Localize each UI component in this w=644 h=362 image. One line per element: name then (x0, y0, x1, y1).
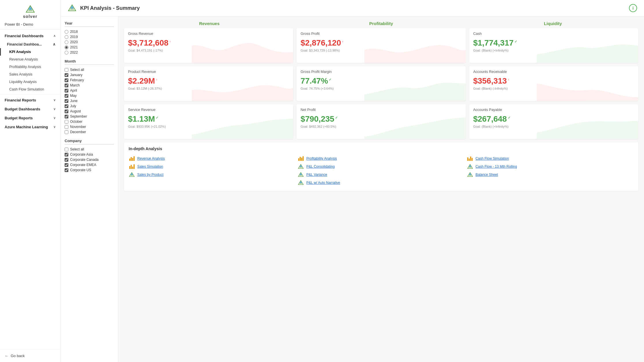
month-march[interactable]: March (65, 83, 114, 88)
company-select-all[interactable]: Select all (65, 147, 114, 152)
kpi-title-gross-profit-margin: Gross Profit Margin (301, 70, 461, 74)
month-january[interactable]: January (65, 72, 114, 78)
indepth-link-revenue-analysis[interactable]: Revenue Analysis (129, 154, 295, 163)
year-2018[interactable]: 2018 (65, 29, 114, 34)
indepth-link-sales-by-product[interactable]: Sales by Product (129, 171, 295, 179)
indepth-link-text-sales-simulation: Sales Simulation (137, 165, 163, 169)
company-us[interactable]: Corporate US (65, 167, 114, 173)
year-2021[interactable]: 2021 (65, 45, 114, 50)
month-may[interactable]: May (65, 93, 114, 98)
kpi-value-gross-revenue: $3,712,608 ↑ (128, 39, 289, 48)
month-july[interactable]: July (65, 103, 114, 109)
kpi-title-service-revenue: Service Revenue (128, 108, 289, 112)
month-december[interactable]: December (65, 129, 114, 135)
month-april[interactable]: April (65, 88, 114, 93)
power-bi-label: Power BI - Demo (0, 21, 60, 30)
header-solver-logo (67, 4, 77, 12)
kpi-card-service-revenue: Service Revenue $1.13M ✓ Goal: $933.95K … (124, 104, 293, 139)
indepth-link-cash-flow-simulation[interactable]: Cash Flow Simulation (467, 154, 634, 163)
month-select-all[interactable]: Select all (65, 67, 114, 72)
indepth-link-sales-simulation[interactable]: Sales Simulation (129, 163, 295, 171)
kpi-indicator-product-revenue: ↑ (155, 78, 157, 81)
content-area: Year 2018 2019 2020 2021 2022 Mo (61, 16, 644, 362)
nav-group-azure-ml[interactable]: Azure Machine Learning ∨ (0, 122, 60, 131)
kpi-goal-gross-profit: Goal: $3,343,729 (-13.98%) (301, 49, 461, 52)
indepth-section: In-depth Analysis (124, 142, 638, 191)
sidebar-item-revenue-analysis[interactable]: Revenue Analysis (0, 56, 60, 63)
main-content: KPI Analysis - Summary i Year 2018 2019 … (61, 0, 644, 362)
indepth-link-text-profitability: Profitability Analysis (306, 157, 337, 161)
nav-group-budget-dashboards[interactable]: Budget Dashboards ∨ (0, 105, 60, 114)
header-left: KPI Analysis - Summary (67, 4, 140, 12)
month-august[interactable]: August (65, 109, 114, 114)
kpi-goal-gross-revenue: Goal: $4,473,191 (-17%) (128, 49, 289, 52)
kpi-card-accounts-receivable: Accounts Receivable $356,313 ↑ Goal: (Bl… (469, 66, 638, 101)
company-asia[interactable]: Corporate Asia (65, 152, 114, 157)
company-canada[interactable]: Corporate Canada (65, 157, 114, 162)
indepth-link-pl-consolidating[interactable]: P&L Consolidating (298, 163, 464, 171)
nav-group-budget-reports[interactable]: Budget Reports ∨ (0, 114, 60, 122)
go-back-button[interactable]: ← Go back (0, 349, 60, 362)
nav-sub-financial-dashboa[interactable]: Financial Dashboa... ∧ (0, 40, 60, 48)
solver-logo-icon (25, 5, 35, 13)
month-november[interactable]: November (65, 124, 114, 129)
year-filter-title: Year (65, 21, 114, 27)
indepth-link-text-pl-auto-narrative: P&L w/ Auto Narrative (306, 181, 340, 185)
nav-group-financial-dashboards[interactable]: Financial Dashboards ∧ (0, 31, 60, 40)
kpi-goal-gross-profit-margin: Goal: 74.75% (+3.64%) (301, 87, 461, 90)
kpi-card-product-revenue: Product Revenue $2.29M ↑ Goal: $3.12M (-… (124, 66, 293, 101)
solver-icon-pl-auto-narrative (298, 180, 304, 186)
indepth-link-pl-auto-narrative[interactable]: P&L w/ Auto Narrative (298, 179, 464, 187)
filter-panel: Year 2018 2019 2020 2021 2022 Mo (61, 16, 118, 362)
kpi-card-gross-revenue: Gross Revenue $3,712,608 ↑ Goal: $4,473,… (124, 28, 293, 63)
company-emea[interactable]: Corporate EMEA (65, 162, 114, 167)
year-2019[interactable]: 2019 (65, 34, 114, 39)
main-header: KPI Analysis - Summary i (61, 0, 644, 16)
indepth-link-pl-variance[interactable]: P&L Variance (298, 171, 464, 179)
kpi-card-gross-profit: Gross Profit $2,876,120 ↑ Goal: $3,343,7… (296, 28, 465, 63)
solver-icon-pl-consolidating (298, 163, 304, 170)
chevron-up-icon-sub: ∧ (53, 42, 56, 46)
kpi-goal-cash: Goal: (Blank) (+Infinity%) (473, 49, 634, 52)
month-filter-title: Month (65, 59, 114, 65)
sidebar-item-liquidity-analysis[interactable]: Liquidity Analysis (0, 78, 60, 86)
indepth-link-cash-flow-13mth[interactable]: Cash Flow - 13 Mth Rolling (467, 163, 634, 171)
col-header-profitability: Profitability (297, 21, 465, 26)
kpi-col-headers: Revenues Profitability Liquidity (124, 21, 638, 26)
chevron-down-icon-1: ∨ (53, 98, 56, 102)
indepth-link-text-pl-consolidating: P&L Consolidating (306, 165, 335, 169)
kpi-value-net-profit: $790,235 ✓ (301, 115, 461, 124)
kpi-value-gross-profit: $2,876,120 ↑ (301, 39, 461, 48)
kpi-title-gross-revenue: Gross Revenue (128, 32, 289, 36)
indepth-link-profitability-analysis[interactable]: Profitability Analysis (298, 154, 464, 163)
sidebar-item-cash-flow-simulation[interactable]: Cash Flow Simulation (0, 86, 60, 93)
kpi-indicator-gross-profit: ↑ (341, 40, 343, 43)
nav-group-financial-reports[interactable]: Financial Reports ∨ (0, 96, 60, 105)
logo-area: solver (0, 0, 60, 21)
kpi-indicator-cash: ✓ (514, 40, 517, 43)
solver-icon-sales-product (129, 171, 135, 178)
month-october[interactable]: October (65, 119, 114, 124)
indepth-link-text-balance-sheet: Balance Sheet (476, 173, 498, 177)
chevron-down-icon-3: ∨ (53, 116, 56, 120)
month-september[interactable]: September (65, 114, 114, 119)
company-filter-title: Company (65, 139, 114, 144)
kpi-value-accounts-payable: $267,648 ✓ (473, 115, 634, 124)
solver-icon-balance-sheet (467, 171, 473, 178)
kpi-area: Revenues Profitability Liquidity Gross R… (118, 16, 644, 362)
year-2020[interactable]: 2020 (65, 39, 114, 45)
sidebar-item-profitability-analysis[interactable]: Profitability Analysis (0, 63, 60, 71)
sidebar-item-kpi-analysis[interactable]: KPI Analysis (0, 48, 60, 56)
indepth-grid: Revenue Analysis Sal (129, 154, 634, 187)
kpi-card-cash: Cash $1,774,317 ✓ Goal: (Blank) (+Infini… (469, 28, 638, 63)
info-icon[interactable]: i (629, 4, 637, 12)
year-2022[interactable]: 2022 (65, 50, 114, 55)
sidebar-item-sales-analysis[interactable]: Sales Analysis (0, 71, 60, 78)
kpi-value-accounts-receivable: $356,313 ↑ (473, 77, 634, 86)
month-june[interactable]: June (65, 98, 114, 103)
company-filter-section: Company Select all Corporate Asia Corpor… (65, 139, 114, 173)
month-february[interactable]: February (65, 78, 114, 83)
indepth-link-balance-sheet[interactable]: Balance Sheet (467, 171, 634, 179)
kpi-value-cash: $1,774,317 ✓ (473, 39, 634, 48)
indepth-link-text-pl-variance: P&L Variance (306, 173, 327, 177)
